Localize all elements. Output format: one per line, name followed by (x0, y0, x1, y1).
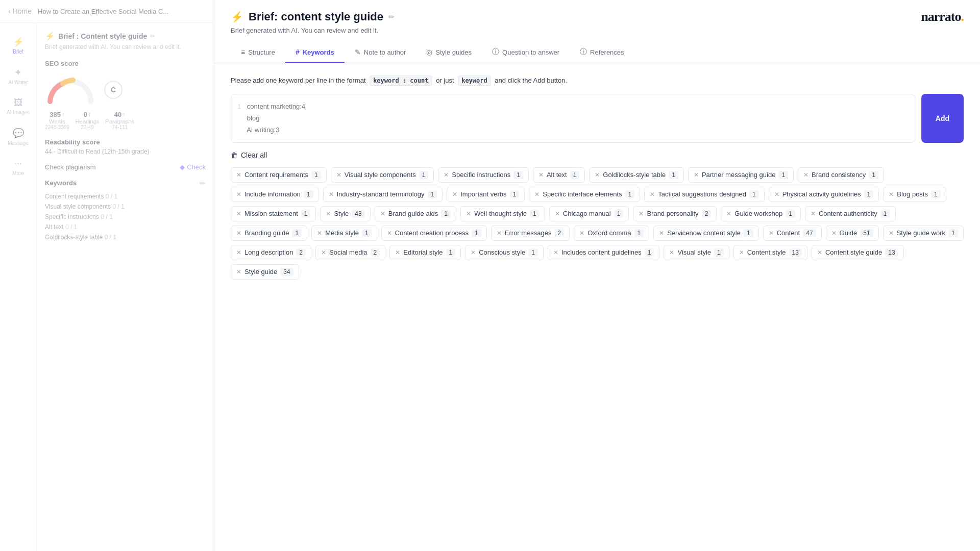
nav-item-brief[interactable]: ⚡ Brief (2, 31, 35, 60)
remove-keyword-btn[interactable]: ✕ (579, 230, 584, 236)
main-edit-icon[interactable]: ✏ (388, 13, 395, 21)
keyword-text: Style guide work (897, 229, 945, 237)
keyword-count: 1 (744, 229, 753, 237)
remove-keyword-btn[interactable]: ✕ (321, 249, 326, 256)
references-tab-icon: ⓘ (580, 47, 587, 57)
keyword-tag: ✕ Important verbs 1 (447, 187, 525, 202)
remove-keyword-btn[interactable]: ✕ (889, 191, 894, 197)
remove-keyword-btn[interactable]: ✕ (497, 230, 502, 236)
plagiarism-row: Check plagiarism ◆ Check (45, 163, 206, 171)
keywords-edit-icon[interactable]: ✏ (200, 179, 206, 187)
remove-keyword-btn[interactable]: ✕ (811, 211, 816, 217)
keyword-tag: ✕ Visual style components 1 (331, 167, 434, 183)
remove-keyword-btn[interactable]: ✕ (534, 191, 540, 197)
keyword-text: Social media (329, 248, 367, 256)
remove-keyword-btn[interactable]: ✕ (236, 249, 241, 256)
edit-brief-icon[interactable]: ✏ (150, 33, 155, 40)
remove-keyword-btn[interactable]: ✕ (694, 172, 699, 178)
nav-brief-label: Brief (13, 49, 23, 55)
keyword-count: 1 (869, 171, 878, 179)
remove-keyword-btn[interactable]: ✕ (452, 191, 457, 197)
instruction-text: Please add one keyword per line in the f… (231, 76, 964, 86)
keyword-text: Media style (325, 229, 359, 237)
add-keyword-button[interactable]: Add (921, 94, 964, 143)
chevron-left-icon: ‹ (8, 7, 11, 15)
remove-keyword-btn[interactable]: ✕ (739, 249, 744, 256)
home-label: Home (13, 7, 32, 15)
keyword-count: 1 (362, 229, 372, 237)
keyword-text: Visual style components (345, 171, 416, 179)
remove-keyword-btn[interactable]: ✕ (595, 172, 600, 178)
keyword-text: Content creation process (395, 229, 469, 237)
remove-keyword-btn[interactable]: ✕ (471, 249, 476, 256)
keyword-tag: ✕ Content style guide 13 (812, 245, 904, 260)
remove-keyword-btn[interactable]: ✕ (395, 249, 400, 256)
keyword-tag: ✕ Content 47 (763, 226, 822, 241)
remove-keyword-btn[interactable]: ✕ (444, 172, 449, 178)
remove-keyword-btn[interactable]: ✕ (659, 230, 664, 236)
tab-style-guides[interactable]: ◎ Style guides (416, 42, 482, 63)
remove-keyword-btn[interactable]: ✕ (650, 191, 655, 197)
keyword-text: Content (777, 229, 800, 237)
remove-keyword-btn[interactable]: ✕ (236, 230, 241, 236)
tab-references[interactable]: ⓘ References (570, 42, 634, 63)
keyword-count: 1 (778, 171, 788, 179)
tab-structure[interactable]: ≡ Structure (231, 42, 285, 63)
tab-keywords[interactable]: # Keywords (285, 42, 345, 63)
nav-item-ai-images[interactable]: 🖼 AI Images (2, 92, 35, 120)
keyword-text: Important verbs (460, 190, 506, 198)
remove-keyword-btn[interactable]: ✕ (553, 249, 558, 256)
remove-keyword-btn[interactable]: ✕ (236, 172, 241, 178)
remove-keyword-btn[interactable]: ✕ (466, 211, 471, 217)
home-link[interactable]: ‹ Home (8, 7, 32, 15)
remove-keyword-btn[interactable]: ✕ (236, 211, 241, 217)
remove-keyword-btn[interactable]: ✕ (236, 269, 241, 275)
keyword-count: 1 (645, 248, 654, 257)
remove-keyword-btn[interactable]: ✕ (336, 172, 341, 178)
remove-keyword-btn[interactable]: ✕ (669, 249, 674, 256)
tab-question[interactable]: ⓘ Question to answer (482, 42, 570, 63)
trash-icon: 🗑 (231, 151, 238, 159)
nav-ai-writer-label: AI Writer (8, 80, 28, 85)
clear-all-button[interactable]: 🗑 Clear all (231, 151, 267, 159)
remove-keyword-btn[interactable]: ✕ (889, 230, 894, 236)
nav-message-label: Message (8, 140, 29, 146)
remove-keyword-btn[interactable]: ✕ (726, 211, 731, 217)
keyword-tag: ✕ Chicago manual 1 (549, 206, 629, 221)
more-icon: ··· (14, 158, 22, 169)
keyword-tag: ✕ Style 43 (320, 206, 370, 221)
note-tab-icon: ✎ (355, 48, 361, 56)
keywords-section-label: Keywords (45, 179, 77, 187)
keyword-tag: ✕ Content style 13 (733, 245, 807, 260)
grade-circle: C (104, 81, 122, 99)
remove-keyword-btn[interactable]: ✕ (329, 191, 334, 197)
remove-keyword-btn[interactable]: ✕ (555, 211, 560, 217)
remove-keyword-btn[interactable]: ✕ (317, 230, 322, 236)
narrato-logo: narrato. (921, 9, 964, 24)
keyword-count: 1 (528, 248, 538, 257)
remove-keyword-btn[interactable]: ✕ (326, 211, 331, 217)
check-plagiarism-btn[interactable]: ◆ Check (180, 163, 206, 171)
remove-keyword-btn[interactable]: ✕ (831, 230, 837, 236)
keyword-text: Well-thought style (474, 210, 527, 217)
remove-keyword-btn[interactable]: ✕ (803, 172, 808, 178)
remove-keyword-btn[interactable]: ✕ (236, 191, 241, 197)
remove-keyword-btn[interactable]: ✕ (639, 211, 644, 217)
remove-keyword-btn[interactable]: ✕ (380, 211, 385, 217)
remove-keyword-btn[interactable]: ✕ (387, 230, 392, 236)
keyword-tag: ✕ Oxford comma 1 (574, 226, 649, 241)
nav-item-message[interactable]: 💬 Message (2, 122, 35, 151)
nav-item-ai-writer[interactable]: ✦ AI Writer (2, 62, 35, 90)
keyword-count: 1 (513, 171, 523, 179)
keyword-text: Blog posts (897, 190, 928, 198)
ai-images-icon: 🖼 (14, 97, 23, 108)
keyword-text: Content style guide (825, 248, 882, 256)
remove-keyword-btn[interactable]: ✕ (817, 249, 822, 256)
remove-keyword-btn[interactable]: ✕ (769, 230, 774, 236)
remove-keyword-btn[interactable]: ✕ (774, 191, 779, 197)
tab-note-to-author[interactable]: ✎ Note to author (345, 42, 416, 63)
main-title: Brief: content style guide (249, 10, 383, 23)
nav-item-more[interactable]: ··· More (2, 153, 35, 181)
keyword-tag: ✕ Partner messaging guide 1 (688, 167, 794, 183)
remove-keyword-btn[interactable]: ✕ (538, 172, 544, 178)
